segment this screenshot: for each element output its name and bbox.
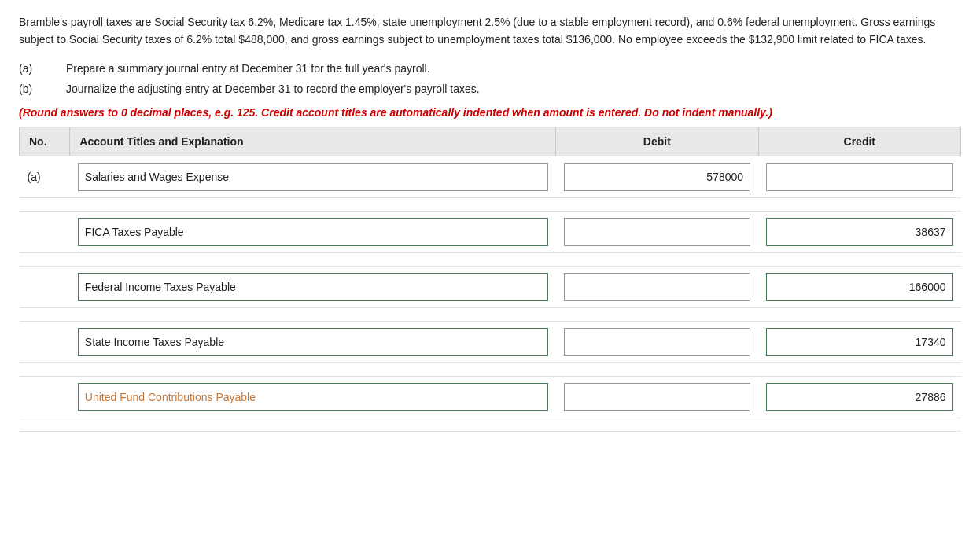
- row-number: [20, 377, 70, 418]
- row-number: [20, 322, 70, 363]
- credit-input[interactable]: 17340: [766, 328, 952, 356]
- part-a: (a) Prepare a summary journal entry at D…: [19, 62, 961, 75]
- header-account: Account Titles and Explanation: [70, 127, 556, 156]
- account-cell[interactable]: State Income Taxes Payable: [70, 322, 556, 363]
- debit-input[interactable]: [564, 218, 750, 246]
- spacer-row: [20, 253, 961, 267]
- part-b-text: Journalize the adjusting entry at Decemb…: [66, 83, 961, 95]
- account-cell[interactable]: FICA Taxes Payable: [70, 212, 556, 253]
- credit-input[interactable]: 38637: [766, 218, 952, 246]
- spacer-row: [20, 363, 961, 377]
- credit-input[interactable]: 27886: [766, 383, 952, 411]
- account-input[interactable]: Salaries and Wages Expense: [78, 163, 548, 191]
- credit-cell[interactable]: 17340: [758, 322, 960, 363]
- part-a-label: (a): [19, 62, 66, 75]
- debit-cell[interactable]: [556, 377, 758, 418]
- part-b-label: (b): [19, 83, 66, 95]
- account-input[interactable]: Federal Income Taxes Payable: [78, 273, 548, 301]
- debit-input[interactable]: [564, 328, 750, 356]
- account-cell[interactable]: Federal Income Taxes Payable: [70, 267, 556, 308]
- account-input[interactable]: United Fund Contributions Payable: [78, 383, 548, 411]
- credit-input[interactable]: [766, 163, 952, 191]
- part-a-text: Prepare a summary journal entry at Decem…: [66, 62, 961, 75]
- credit-cell[interactable]: 166000: [758, 267, 960, 308]
- credit-cell[interactable]: 38637: [758, 212, 960, 253]
- part-b: (b) Journalize the adjusting entry at De…: [19, 83, 961, 95]
- table-row: United Fund Contributions Payable27886: [20, 377, 961, 418]
- intro-text: Bramble's payroll taxes are Social Secur…: [19, 14, 961, 48]
- debit-input[interactable]: 578000: [564, 163, 750, 191]
- table-row: State Income Taxes Payable17340: [20, 322, 961, 363]
- account-cell[interactable]: United Fund Contributions Payable: [70, 377, 556, 418]
- credit-input[interactable]: 166000: [766, 273, 952, 301]
- instruction-text: (Round answers to 0 decimal places, e.g.…: [19, 106, 961, 119]
- row-number: (a): [20, 156, 70, 198]
- account-input[interactable]: State Income Taxes Payable: [78, 328, 548, 356]
- spacer-row: [20, 308, 961, 322]
- table-row: (a)Salaries and Wages Expense578000: [20, 156, 961, 198]
- credit-cell[interactable]: [758, 156, 960, 198]
- debit-input[interactable]: [564, 273, 750, 301]
- debit-cell[interactable]: [556, 212, 758, 253]
- spacer-row: [20, 418, 961, 432]
- header-no: No.: [20, 127, 70, 156]
- debit-cell[interactable]: [556, 322, 758, 363]
- debit-cell[interactable]: [556, 267, 758, 308]
- account-input[interactable]: FICA Taxes Payable: [78, 218, 548, 246]
- journal-table: No. Account Titles and Explanation Debit…: [19, 127, 961, 432]
- credit-cell[interactable]: 27886: [758, 377, 960, 418]
- debit-input[interactable]: [564, 383, 750, 411]
- header-debit: Debit: [556, 127, 758, 156]
- row-number: [20, 212, 70, 253]
- table-row: FICA Taxes Payable38637: [20, 212, 961, 253]
- spacer-row: [20, 198, 961, 212]
- table-row: Federal Income Taxes Payable166000: [20, 267, 961, 308]
- row-number: [20, 267, 70, 308]
- account-cell[interactable]: Salaries and Wages Expense: [70, 156, 556, 198]
- debit-cell[interactable]: 578000: [556, 156, 758, 198]
- header-credit: Credit: [758, 127, 960, 156]
- parts-list: (a) Prepare a summary journal entry at D…: [19, 62, 961, 95]
